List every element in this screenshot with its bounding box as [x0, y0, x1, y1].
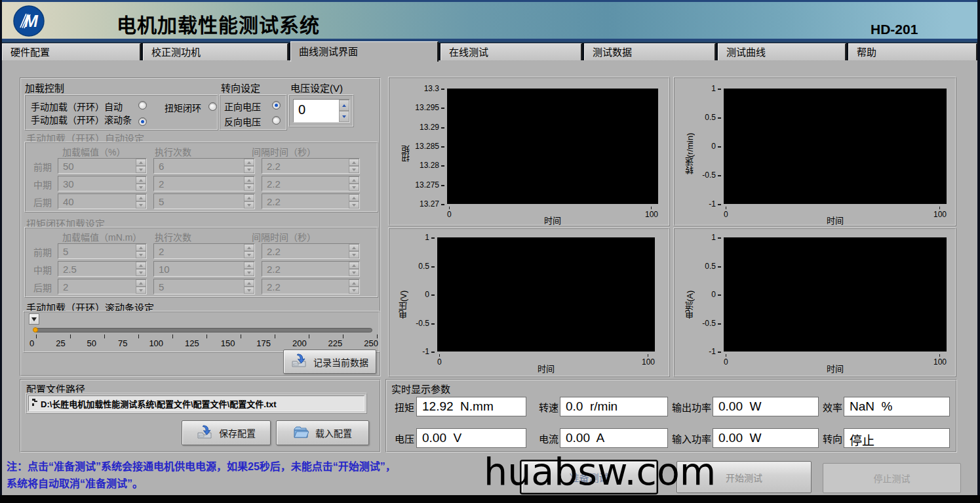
realtime-panel: 实时显示参数 扭矩 12.92 N.mm 转速 0.0 r/min 输出功率 0…	[385, 379, 957, 453]
window-left-edge	[0, 0, 2, 496]
tab-hardware-config[interactable]: 硬件配置	[2, 43, 141, 60]
voltage-stepper-arrows[interactable]	[339, 100, 349, 122]
direction-title: 转向设定	[221, 81, 260, 94]
load-control-panel: 加载控制 手动加载（开环）自动 扭矩闭环 手动加载（开环）滚动条 转向设定 正向…	[20, 77, 381, 376]
tab-help[interactable]: 帮助	[848, 43, 977, 60]
radio-forward-voltage[interactable]	[272, 101, 281, 110]
auto-mid-amplitude: 30	[58, 176, 147, 191]
load-config-label: 载入配置	[315, 426, 352, 439]
speed-value-field: 0.0 r/min	[560, 397, 668, 416]
torque-row-label: 前期	[33, 245, 52, 258]
input-power-label: 输入功率	[672, 432, 711, 445]
auto-early-count: 6	[153, 158, 255, 174]
speed-chart-xlabel: 时间	[724, 214, 947, 226]
voltage-value-field: 0.00 V	[416, 428, 526, 448]
record-data-button[interactable]: 记录当前数据	[283, 350, 376, 374]
torque-chart: 扭矩 13.313.29513.2913.28513.2813.27513.27…	[388, 77, 670, 226]
auto-col-interval: 间隔时间（秒）	[252, 145, 316, 158]
auto-settings-box: 加载幅值（%） 执行次数 间隔时间（秒） 前期 50 6 2.2 中期 30 2…	[24, 142, 378, 212]
speed-chart: 转速(r/min) 10.50-0.5-1 0100 时间	[673, 77, 956, 226]
load-slider[interactable]: 0 25 50 75 100 125 150 175 200 225 250	[23, 311, 380, 353]
torque-settings-box: 加载幅值（mN.m） 执行次数 间隔时间（秒） 前期 5 2 2.2 中期 2.…	[24, 227, 378, 298]
note-line-1: 注：点击“准备测试”系统会接通电机供电电源，如果25秒后，未能点击“开始测试”，	[7, 458, 396, 473]
torque-mid-interval: 2.2	[262, 261, 360, 277]
direction-box: 正向电压 反向电压	[219, 94, 287, 131]
torque-late-interval: 2.2	[262, 279, 360, 294]
speed-plot-area	[724, 89, 947, 204]
slider-thumb[interactable]	[29, 313, 39, 325]
slider-fill-dot	[33, 327, 38, 332]
auto-row-label: 后期	[33, 195, 52, 209]
torque-plot-area	[447, 89, 658, 204]
tab-test-curve[interactable]: 测试曲线	[718, 43, 846, 60]
app-window: M 电机加载性能测试系统 HD-201 硬件配置 校正测功机 曲线测试界面 在线…	[0, 0, 980, 503]
load-mode-box: 手动加载（开环）自动 扭矩闭环 手动加载（开环）滚动条	[24, 94, 218, 131]
voltage-stepper[interactable]: 0	[293, 99, 350, 123]
tab-calibrate-dyno[interactable]: 校正测功机	[143, 43, 288, 60]
torque-late-amplitude: 2	[58, 279, 147, 294]
record-data-icon	[291, 353, 307, 370]
radio-label-reverse-voltage: 反向电压	[224, 115, 261, 128]
radio-label-forward-voltage: 正向电压	[224, 100, 261, 113]
config-path-field[interactable]: D:\长胜电机加载性能测试系统\配置文件\配置文件\配置文件.txt	[26, 393, 367, 414]
window-bottom-edge	[0, 495, 980, 503]
voltage-chart-xlabel: 时间	[437, 362, 655, 374]
tab-test-data[interactable]: 测试数据	[584, 43, 716, 60]
direction-value-label: 转向	[823, 432, 842, 445]
voltage-set-title: 电压设定(V)	[290, 81, 343, 94]
current-chart-yticks: 10.50-0.5-1	[697, 233, 721, 356]
auto-row-label: 前期	[33, 160, 52, 173]
current-value-label: 电流	[539, 432, 559, 445]
logo-icon: M	[13, 5, 45, 39]
current-chart-xlabel: 时间	[724, 362, 947, 374]
auto-late-amplitude: 40	[58, 193, 147, 209]
radio-label-torque-loop: 扭矩闭环	[165, 101, 201, 114]
direction-value-field: 停止	[844, 428, 950, 448]
model-label: HD-201	[871, 22, 918, 37]
current-chart-ylabel: 电流(A)	[684, 255, 696, 353]
note-line-2: 系统将自动取消“准备测试”。	[7, 475, 143, 491]
slider-tick-labels: 0 25 50 75 100 125 150 175 200 225 250	[29, 338, 378, 348]
realtime-title: 实时显示参数	[391, 382, 450, 395]
voltage-plot-area	[437, 237, 655, 352]
tab-curve-test[interactable]: 曲线测试界面	[290, 41, 439, 62]
radio-reverse-voltage[interactable]	[272, 116, 281, 125]
speed-value-label: 转速	[539, 400, 559, 414]
torque-col-count: 执行次数	[155, 230, 191, 243]
speed-chart-yticks: 10.50-0.5-1	[697, 84, 721, 209]
radio-manual-slider[interactable]	[138, 117, 147, 126]
torque-early-interval: 2.2	[262, 243, 360, 259]
decrement-icon[interactable]	[339, 111, 349, 122]
slider-track[interactable]	[33, 328, 372, 332]
svg-text:M: M	[24, 12, 39, 30]
voltage-set-box: 0	[288, 94, 354, 127]
voltage-chart-ylabel: 电压(V)	[397, 255, 410, 353]
radio-label-manual-auto: 手动加载（开环）自动	[31, 100, 123, 113]
radio-manual-auto[interactable]	[138, 101, 147, 110]
torque-late-count: 5	[153, 279, 255, 294]
save-config-button[interactable]: 保存配置	[182, 420, 271, 445]
record-data-label: 记录当前数据	[313, 355, 368, 369]
save-config-label: 保存配置	[219, 426, 256, 439]
torque-col-amplitude: 加载幅值（mN.m）	[62, 230, 142, 243]
auto-early-amplitude: 50	[58, 158, 147, 174]
current-plot-area	[724, 237, 947, 352]
auto-col-amplitude: 加载幅值（%）	[62, 145, 125, 158]
voltage-value-label: 电压	[395, 432, 414, 445]
voltage-chart: 电压(V) 10.50-0.5-1 0100 时间	[388, 228, 670, 377]
torque-early-amplitude: 5	[58, 243, 147, 259]
path-icon	[31, 398, 38, 409]
torque-early-count: 2	[153, 243, 255, 259]
tab-online-test[interactable]: 在线测试	[441, 43, 582, 60]
auto-late-interval: 2.2	[262, 193, 360, 209]
efficiency-label: 效率	[823, 400, 842, 414]
increment-icon[interactable]	[339, 100, 349, 111]
load-config-button[interactable]: 载入配置	[276, 420, 369, 445]
torque-mid-count: 10	[153, 261, 255, 277]
output-power-label: 输出功率	[672, 400, 711, 414]
config-path-text: D:\长胜电机加载性能测试系统\配置文件\配置文件\配置文件.txt	[41, 397, 277, 410]
radio-torque-loop[interactable]	[208, 102, 217, 111]
auto-late-count: 5	[153, 193, 255, 209]
load-control-title: 加载控制	[25, 81, 64, 94]
voltage-input[interactable]: 0	[294, 100, 339, 122]
